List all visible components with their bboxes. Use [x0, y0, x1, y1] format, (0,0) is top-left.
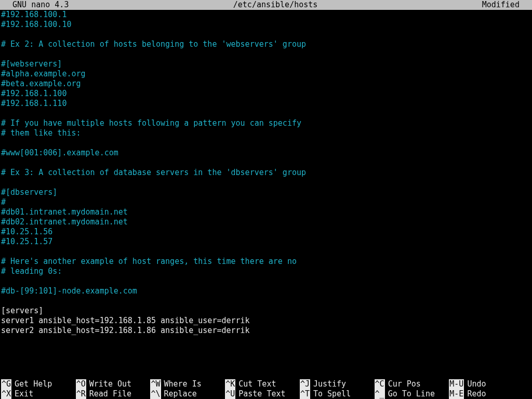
shortcut-label: Undo [467, 379, 486, 389]
help-item[interactable]: ^CCur Pos [375, 379, 449, 389]
help-row-1: ^GGet Help^OWrite Out^WWhere Is^KCut Tex… [0, 379, 532, 389]
shortcut-label: Replace [164, 389, 197, 399]
editor-line[interactable]: # If you have multiple hosts following a… [1, 118, 531, 128]
editor-line[interactable]: server2 ansible_host=192.168.1.86 ansibl… [1, 326, 531, 336]
help-item[interactable]: ^KCut Text [225, 379, 300, 389]
title-bar: GNU nano 4.3 /etc/ansible/hosts Modified [0, 0, 532, 10]
editor-line[interactable]: #db02.intranet.mydomain.net [1, 217, 531, 227]
shortcut-key: ^X [1, 389, 11, 399]
modified-status: Modified [482, 0, 529, 10]
help-item[interactable]: ^GGet Help [0, 379, 76, 389]
editor-buffer[interactable]: #192.168.100.1#192.168.100.10# Ex 2: A c… [0, 10, 532, 379]
editor-line[interactable] [1, 158, 531, 168]
editor-line[interactable]: #[dbservers] [1, 188, 531, 197]
editor-line[interactable]: #db01.intranet.mydomain.net [1, 207, 531, 217]
shortcut-key: ^T [300, 389, 310, 399]
editor-line[interactable]: # leading 0s: [1, 267, 531, 276]
shortcut-key: ^K [225, 379, 235, 389]
editor-line[interactable] [1, 138, 531, 148]
shortcut-label: Redo [467, 389, 486, 399]
editor-line[interactable] [1, 247, 531, 257]
shortcut-label: Where Is [164, 379, 202, 389]
editor-line[interactable]: #10.25.1.57 [1, 237, 531, 247]
shortcut-label: Write Out [89, 379, 131, 389]
editor-line[interactable]: #www[001:006].example.com [1, 148, 531, 158]
shortcut-label: Cut Text [238, 379, 276, 389]
editor-line[interactable]: # Here's another example of host ranges,… [1, 257, 531, 267]
shortcut-label: Justify [313, 379, 346, 389]
help-item[interactable]: ^_Go To Line [375, 389, 449, 399]
shortcut-key: ^_ [375, 389, 385, 399]
shortcut-key: M-U [449, 379, 464, 389]
help-row-2: ^XExit^RRead File^\Replace^UPaste Text^T… [0, 389, 532, 399]
help-item[interactable]: ^XExit [0, 389, 76, 399]
editor-line[interactable]: # Ex 2: A collection of hosts belonging … [1, 39, 531, 49]
shortcut-label: Go To Line [388, 389, 435, 399]
help-bar: ^GGet Help^OWrite Out^WWhere Is^KCut Tex… [0, 379, 532, 399]
editor-line[interactable] [1, 296, 531, 306]
editor-line[interactable]: server1 ansible_host=192.168.1.85 ansibl… [1, 316, 531, 326]
shortcut-label: Cur Pos [388, 379, 421, 389]
shortcut-label: Get Help [15, 379, 52, 389]
help-item[interactable]: ^UPaste Text [225, 389, 300, 399]
editor-line[interactable] [1, 276, 531, 286]
shortcut-key: ^C [375, 379, 385, 389]
help-item[interactable]: ^WWhere Is [150, 379, 225, 389]
shortcut-label: Read File [89, 389, 131, 399]
shortcut-key: ^R [76, 389, 86, 399]
editor-line[interactable]: # Ex 3: A collection of database servers… [1, 168, 531, 178]
help-item[interactable]: ^JJustify [300, 379, 375, 389]
help-item[interactable]: M-ERedo [449, 389, 532, 399]
shortcut-key: ^O [76, 379, 86, 389]
editor-line[interactable]: #db-[99:101]-node.example.com [1, 286, 531, 296]
app-name: GNU nano 4.3 [3, 0, 69, 10]
editor-line[interactable]: #[webservers] [1, 59, 531, 69]
editor-line[interactable] [1, 178, 531, 188]
editor-line[interactable]: #beta.example.org [1, 79, 531, 89]
editor-line[interactable] [1, 109, 531, 118]
help-item[interactable]: M-UUndo [449, 379, 532, 389]
editor-line[interactable]: #192.168.1.100 [1, 89, 531, 99]
help-item[interactable]: ^\Replace [150, 389, 225, 399]
editor-line[interactable]: #alpha.example.org [1, 69, 531, 79]
shortcut-key: ^G [1, 379, 11, 389]
shortcut-key: M-E [449, 389, 464, 399]
help-item[interactable]: ^OWrite Out [76, 379, 151, 389]
shortcut-label: Paste Text [238, 389, 285, 399]
file-path: /etc/ansible/hosts [69, 0, 482, 10]
shortcut-key: ^J [300, 379, 310, 389]
editor-line[interactable]: #192.168.100.1 [1, 10, 531, 20]
shortcut-label: Exit [15, 389, 33, 399]
editor-line[interactable]: #10.25.1.56 [1, 227, 531, 237]
editor-line[interactable]: # them like this: [1, 128, 531, 138]
editor-line[interactable]: [servers] [1, 306, 531, 316]
editor-line[interactable] [1, 49, 531, 59]
shortcut-key: ^\ [150, 389, 161, 399]
shortcut-key: ^U [225, 389, 235, 399]
editor-line[interactable]: # [1, 197, 531, 207]
editor-line[interactable]: #192.168.100.10 [1, 20, 531, 30]
help-item[interactable]: ^RRead File [76, 389, 151, 399]
editor-line[interactable]: #192.168.1.110 [1, 99, 531, 109]
help-item[interactable]: ^TTo Spell [300, 389, 375, 399]
editor-line[interactable] [1, 30, 531, 39]
shortcut-label: To Spell [313, 389, 351, 399]
shortcut-key: ^W [150, 379, 161, 389]
